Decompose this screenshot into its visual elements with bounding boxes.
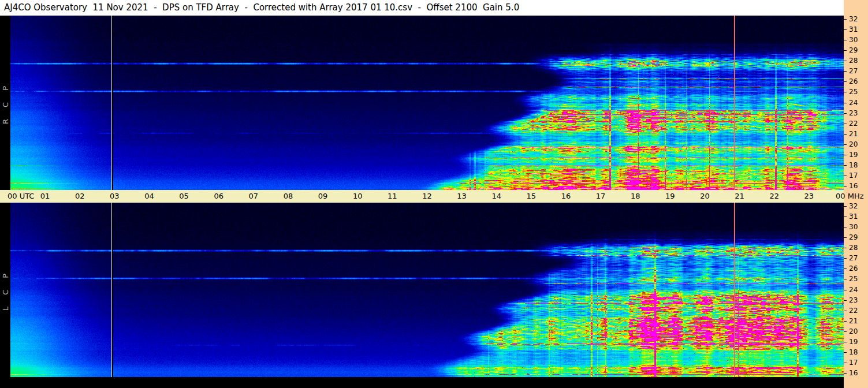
freq-tick-mark: [844, 331, 847, 332]
freq-tick-label: 17: [849, 359, 858, 367]
freq-tick-mark: [844, 81, 847, 82]
freq-tick-label: 28: [849, 57, 858, 65]
freq-tick-label: 19: [849, 338, 858, 346]
freq-tick-mark: [844, 206, 847, 207]
freq-tick-label: 24: [849, 99, 858, 107]
freq-tick-mark: [844, 352, 847, 353]
time-label-hour: 22: [769, 190, 779, 203]
time-label-hour: 10: [353, 190, 363, 203]
freq-tick-mark: [844, 217, 847, 217]
freq-tick-label: 19: [849, 151, 858, 159]
freq-tick-mark: [844, 227, 847, 227]
time-label-hour: 21: [735, 190, 744, 203]
time-label-hour: 08: [284, 190, 293, 203]
spectrogram-panel-lcp: [10, 203, 844, 377]
freq-tick-mark: [844, 258, 847, 259]
freq-tick-label: 29: [849, 233, 858, 241]
time-label-00mhz: 00 MHz: [836, 190, 864, 203]
freq-tick-label: 20: [849, 140, 858, 148]
freq-tick-label: 26: [849, 264, 858, 273]
freq-tick-label: 18: [849, 348, 858, 356]
freq-tick-mark: [844, 40, 847, 40]
freq-tick-mark: [844, 186, 847, 186]
freq-tick-mark: [844, 155, 847, 155]
time-label-hour: 19: [665, 190, 675, 203]
freq-tick-label: 20: [849, 327, 858, 335]
polarization-label-lcp: L C P: [0, 203, 10, 377]
freq-tick-mark: [844, 290, 847, 290]
freq-tick-label: 28: [849, 244, 858, 252]
freq-tick-label: 32: [849, 202, 858, 210]
freq-tick-label: 25: [849, 88, 858, 96]
time-label-hour: 04: [144, 190, 154, 203]
freq-tick-mark: [844, 134, 847, 135]
time-label-hour: 15: [527, 190, 537, 203]
freq-tick-label: 25: [849, 275, 858, 283]
freq-tick-label: 18: [849, 161, 858, 169]
freq-tick-mark: [844, 50, 847, 51]
freq-tick-mark: [844, 165, 847, 166]
freq-tick-label: 32: [849, 15, 858, 23]
freq-tick-label: 24: [849, 286, 858, 294]
freq-tick-label: 31: [849, 25, 858, 33]
time-label-hour: 01: [40, 190, 50, 203]
freq-tick-label: 27: [849, 67, 858, 75]
time-label-hour: 17: [596, 190, 606, 203]
freq-tick-label: 22: [849, 307, 858, 315]
freq-tick-mark: [844, 363, 847, 363]
freq-tick-mark: [844, 124, 847, 124]
freq-tick-label: 30: [849, 36, 858, 44]
freq-tick-label: 31: [849, 212, 858, 221]
time-label-hour: 05: [179, 190, 189, 203]
time-label-hour: 14: [491, 190, 501, 203]
freq-tick-mark: [844, 342, 847, 342]
freq-tick-mark: [844, 237, 847, 238]
freq-tick-mark: [844, 71, 847, 72]
polarization-text-rcp: R C P: [1, 81, 10, 124]
freq-tick-label: 30: [849, 223, 858, 231]
time-label-hour: 11: [388, 190, 397, 203]
time-axis-band: 00 UTC0102030405060708091011121314151617…: [0, 190, 844, 203]
freq-tick-label: 29: [849, 46, 858, 54]
freq-tick-mark: [844, 113, 847, 114]
freq-tick-mark: [844, 176, 847, 176]
time-label-hour: 23: [804, 190, 814, 203]
time-label-hour: 07: [249, 190, 259, 203]
freq-tick-mark: [844, 61, 847, 61]
time-label-hour: 18: [631, 190, 640, 203]
time-label-hour: 20: [700, 190, 710, 203]
freq-tick-label: 21: [849, 317, 858, 325]
freq-tick-mark: [844, 92, 847, 92]
freq-tick-mark: [844, 279, 847, 279]
freq-tick-mark: [844, 19, 847, 20]
title-text: AJ4CO Observatory 11 Nov 2021 - DPS on T…: [0, 0, 844, 16]
freq-tick-label: 23: [849, 109, 858, 117]
freq-tick-label: 23: [849, 296, 858, 304]
freq-tick-mark: [844, 144, 847, 145]
freq-tick-label: 22: [849, 120, 858, 128]
freq-tick-label: 16: [849, 182, 858, 190]
polarization-text-lcp: L C P: [1, 269, 10, 311]
time-label-hour: 06: [214, 190, 223, 203]
time-label-hour: 12: [422, 190, 432, 203]
time-label-00utc: 00 UTC: [8, 190, 34, 203]
spectrogram-window: AJ4CO Observatory 11 Nov 2021 - DPS on T…: [0, 0, 868, 388]
freq-tick-label: 21: [849, 130, 858, 138]
freq-tick-mark: [844, 29, 847, 30]
time-label-hour: 13: [457, 190, 467, 203]
freq-tick-mark: [844, 103, 847, 103]
freq-tick-mark: [844, 321, 847, 322]
time-label-hour: 09: [318, 190, 328, 203]
freq-tick-mark: [844, 311, 847, 311]
freq-tick-label: 17: [849, 171, 858, 180]
freq-tick-label: 16: [849, 369, 858, 377]
time-label-hour: 02: [75, 190, 85, 203]
freq-tick-mark: [844, 248, 847, 248]
freq-tick-mark: [844, 300, 847, 301]
freq-tick-mark: [844, 373, 847, 374]
polarization-label-rcp: R C P: [0, 16, 10, 190]
time-label-hour: 16: [561, 190, 571, 203]
freq-tick-label: 27: [849, 254, 858, 262]
freq-tick-mark: [844, 268, 847, 269]
spectrogram-panel-rcp: [10, 16, 844, 190]
